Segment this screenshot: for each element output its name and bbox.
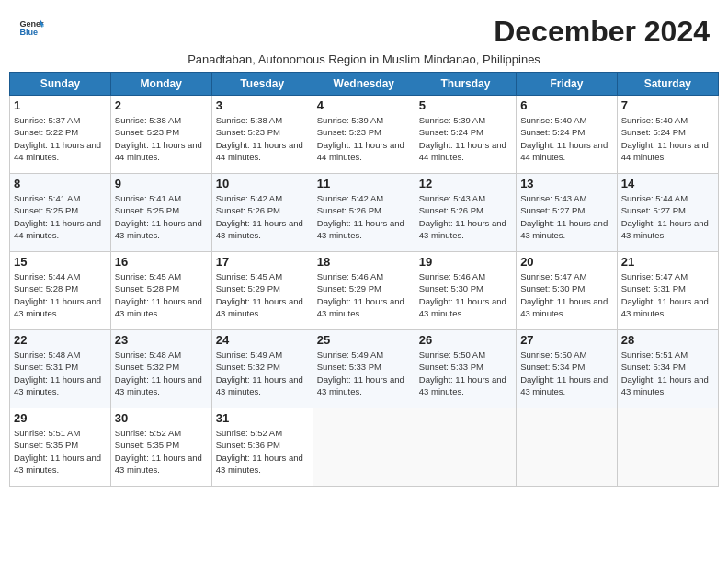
- calendar-cell: 31Sunrise: 5:52 AMSunset: 5:36 PMDayligh…: [211, 408, 313, 487]
- day-info: Sunrise: 5:40 AMSunset: 5:24 PMDaylight:…: [520, 114, 613, 163]
- day-info: Sunrise: 5:51 AMSunset: 5:35 PMDaylight:…: [14, 427, 107, 476]
- day-number: 28: [621, 333, 714, 347]
- day-info: Sunrise: 5:40 AMSunset: 5:24 PMDaylight:…: [621, 114, 714, 163]
- weekday-header-saturday: Saturday: [617, 73, 718, 96]
- day-number: 27: [520, 333, 613, 347]
- day-info: Sunrise: 5:46 AMSunset: 5:29 PMDaylight:…: [317, 270, 411, 319]
- day-number: 9: [115, 177, 208, 190]
- day-number: 12: [419, 177, 512, 190]
- calendar-cell: 2Sunrise: 5:38 AMSunset: 5:23 PMDaylight…: [110, 96, 211, 174]
- calendar-cell: 5Sunrise: 5:39 AMSunset: 5:24 PMDaylight…: [415, 96, 516, 174]
- day-info: Sunrise: 5:50 AMSunset: 5:33 PMDaylight:…: [419, 349, 512, 397]
- page-header: General Blue December 2024: [9, 9, 719, 49]
- calendar-cell: 24Sunrise: 5:49 AMSunset: 5:32 PMDayligh…: [211, 330, 313, 408]
- day-number: 18: [317, 255, 411, 269]
- day-info: Sunrise: 5:45 AMSunset: 5:29 PMDaylight:…: [216, 270, 309, 319]
- weekday-header-tuesday: Tuesday: [211, 73, 313, 96]
- calendar-week-5: 29Sunrise: 5:51 AMSunset: 5:35 PMDayligh…: [10, 408, 719, 487]
- day-number: 31: [216, 411, 309, 425]
- calendar-table: SundayMondayTuesdayWednesdayThursdayFrid…: [9, 72, 719, 487]
- calendar-cell: 30Sunrise: 5:52 AMSunset: 5:35 PMDayligh…: [110, 408, 211, 487]
- calendar-cell: 26Sunrise: 5:50 AMSunset: 5:33 PMDayligh…: [415, 330, 516, 408]
- calendar-cell: [415, 408, 516, 487]
- day-number: 13: [520, 177, 613, 190]
- weekday-header-sunday: Sunday: [10, 73, 111, 96]
- calendar-cell: 3Sunrise: 5:38 AMSunset: 5:23 PMDaylight…: [211, 96, 313, 174]
- calendar-cell: 14Sunrise: 5:44 AMSunset: 5:27 PMDayligh…: [617, 174, 718, 252]
- day-info: Sunrise: 5:42 AMSunset: 5:26 PMDaylight:…: [317, 192, 411, 241]
- day-info: Sunrise: 5:41 AMSunset: 5:25 PMDaylight:…: [14, 192, 107, 241]
- day-info: Sunrise: 5:41 AMSunset: 5:25 PMDaylight:…: [115, 192, 208, 241]
- day-info: Sunrise: 5:39 AMSunset: 5:23 PMDaylight:…: [317, 114, 411, 163]
- day-info: Sunrise: 5:50 AMSunset: 5:34 PMDaylight:…: [520, 349, 613, 397]
- day-info: Sunrise: 5:48 AMSunset: 5:32 PMDaylight:…: [115, 349, 208, 397]
- calendar-week-2: 8Sunrise: 5:41 AMSunset: 5:25 PMDaylight…: [10, 174, 719, 252]
- calendar-cell: 28Sunrise: 5:51 AMSunset: 5:34 PMDayligh…: [617, 330, 718, 408]
- day-number: 29: [14, 411, 107, 425]
- calendar-cell: 9Sunrise: 5:41 AMSunset: 5:25 PMDaylight…: [110, 174, 211, 252]
- day-info: Sunrise: 5:37 AMSunset: 5:22 PMDaylight:…: [14, 114, 107, 163]
- day-info: Sunrise: 5:44 AMSunset: 5:28 PMDaylight:…: [14, 270, 107, 319]
- day-info: Sunrise: 5:52 AMSunset: 5:35 PMDaylight:…: [115, 427, 208, 476]
- day-info: Sunrise: 5:43 AMSunset: 5:26 PMDaylight:…: [419, 192, 512, 241]
- day-number: 17: [216, 255, 309, 269]
- day-number: 14: [621, 177, 714, 190]
- day-number: 7: [621, 98, 714, 112]
- calendar-week-3: 15Sunrise: 5:44 AMSunset: 5:28 PMDayligh…: [10, 252, 719, 330]
- day-number: 16: [115, 255, 208, 269]
- calendar-cell: 1Sunrise: 5:37 AMSunset: 5:22 PMDaylight…: [10, 96, 111, 174]
- day-number: 20: [520, 255, 613, 269]
- day-number: 21: [621, 255, 714, 269]
- day-number: 2: [115, 98, 208, 112]
- day-number: 4: [317, 98, 411, 112]
- calendar-cell: 8Sunrise: 5:41 AMSunset: 5:25 PMDaylight…: [10, 174, 111, 252]
- calendar-cell: 19Sunrise: 5:46 AMSunset: 5:30 PMDayligh…: [415, 252, 516, 330]
- day-info: Sunrise: 5:48 AMSunset: 5:31 PMDaylight:…: [14, 349, 107, 397]
- calendar-cell: 7Sunrise: 5:40 AMSunset: 5:24 PMDaylight…: [617, 96, 718, 174]
- day-number: 5: [419, 98, 512, 112]
- calendar-cell: 20Sunrise: 5:47 AMSunset: 5:30 PMDayligh…: [517, 252, 618, 330]
- day-info: Sunrise: 5:49 AMSunset: 5:32 PMDaylight:…: [216, 349, 309, 397]
- svg-text:Blue: Blue: [19, 28, 38, 37]
- weekday-header-thursday: Thursday: [415, 73, 516, 96]
- calendar-cell: 21Sunrise: 5:47 AMSunset: 5:31 PMDayligh…: [617, 252, 718, 330]
- calendar-cell: 15Sunrise: 5:44 AMSunset: 5:28 PMDayligh…: [10, 252, 111, 330]
- calendar-cell: [517, 408, 618, 487]
- calendar-cell: 11Sunrise: 5:42 AMSunset: 5:26 PMDayligh…: [313, 174, 415, 252]
- calendar-cell: 25Sunrise: 5:49 AMSunset: 5:33 PMDayligh…: [313, 330, 415, 408]
- calendar-cell: 10Sunrise: 5:42 AMSunset: 5:26 PMDayligh…: [211, 174, 313, 252]
- logo-icon: General Blue: [18, 15, 44, 40]
- day-number: 30: [115, 411, 208, 425]
- day-number: 25: [317, 333, 411, 347]
- calendar-cell: 4Sunrise: 5:39 AMSunset: 5:23 PMDaylight…: [313, 96, 415, 174]
- calendar-cell: 6Sunrise: 5:40 AMSunset: 5:24 PMDaylight…: [517, 96, 618, 174]
- month-title: December 2024: [494, 15, 710, 49]
- day-number: 1: [14, 98, 107, 112]
- day-number: 8: [14, 177, 107, 190]
- day-number: 24: [216, 333, 309, 347]
- calendar-cell: 12Sunrise: 5:43 AMSunset: 5:26 PMDayligh…: [415, 174, 516, 252]
- calendar-cell: [617, 408, 718, 487]
- day-number: 10: [216, 177, 309, 190]
- day-info: Sunrise: 5:49 AMSunset: 5:33 PMDaylight:…: [317, 349, 411, 397]
- weekday-header-friday: Friday: [517, 73, 618, 96]
- day-info: Sunrise: 5:42 AMSunset: 5:26 PMDaylight:…: [216, 192, 309, 241]
- weekday-header-wednesday: Wednesday: [313, 73, 415, 96]
- day-info: Sunrise: 5:43 AMSunset: 5:27 PMDaylight:…: [520, 192, 613, 241]
- day-info: Sunrise: 5:51 AMSunset: 5:34 PMDaylight:…: [621, 349, 714, 397]
- calendar-cell: 29Sunrise: 5:51 AMSunset: 5:35 PMDayligh…: [10, 408, 111, 487]
- day-number: 22: [14, 333, 107, 347]
- calendar-cell: 27Sunrise: 5:50 AMSunset: 5:34 PMDayligh…: [517, 330, 618, 408]
- calendar-week-1: 1Sunrise: 5:37 AMSunset: 5:22 PMDaylight…: [10, 96, 719, 174]
- calendar-cell: 17Sunrise: 5:45 AMSunset: 5:29 PMDayligh…: [211, 252, 313, 330]
- day-number: 15: [14, 255, 107, 269]
- calendar-week-4: 22Sunrise: 5:48 AMSunset: 5:31 PMDayligh…: [10, 330, 719, 408]
- page-subtitle: Panadtaban, Autonomous Region in Muslim …: [9, 52, 719, 66]
- day-info: Sunrise: 5:52 AMSunset: 5:36 PMDaylight:…: [216, 427, 309, 476]
- day-info: Sunrise: 5:45 AMSunset: 5:28 PMDaylight:…: [115, 270, 208, 319]
- day-number: 19: [419, 255, 512, 269]
- calendar-cell: [313, 408, 415, 487]
- day-info: Sunrise: 5:38 AMSunset: 5:23 PMDaylight:…: [216, 114, 309, 163]
- day-number: 6: [520, 98, 613, 112]
- calendar-cell: 22Sunrise: 5:48 AMSunset: 5:31 PMDayligh…: [10, 330, 111, 408]
